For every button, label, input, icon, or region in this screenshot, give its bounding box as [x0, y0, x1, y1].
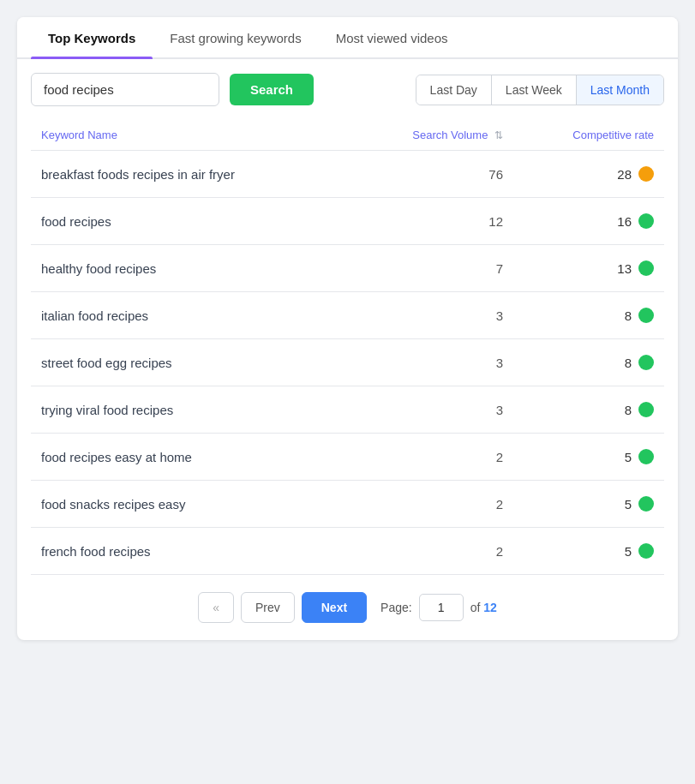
table-row: street food egg recipes38 [31, 339, 664, 386]
table-row: french food recipes25 [31, 528, 664, 575]
table-row: breakfast foods recipes in air fryer7628 [31, 151, 664, 198]
tab-top-keywords[interactable]: Top Keywords [31, 17, 153, 57]
tab-most-viewed[interactable]: Most viewed videos [319, 17, 465, 57]
cell-rate: 8 [513, 292, 664, 339]
cell-volume: 3 [349, 386, 513, 434]
search-button[interactable]: Search [230, 74, 314, 105]
rate-value: 5 [625, 544, 632, 559]
cell-keyword: food recipes easy at home [31, 434, 349, 481]
table-header-row: Keyword Name Search Volume ⇅ Competitive… [31, 120, 664, 151]
cell-keyword: food snacks recipes easy [31, 481, 349, 528]
competitive-dot [638, 166, 654, 182]
cell-rate: 8 [513, 386, 664, 434]
rate-value: 8 [625, 308, 632, 323]
rate-value: 5 [625, 497, 632, 512]
rate-value: 8 [625, 356, 632, 370]
rate-value: 5 [625, 450, 632, 464]
col-rate: Competitive rate [513, 120, 664, 151]
cell-rate: 5 [513, 528, 664, 575]
page-total: 12 [483, 601, 497, 614]
competitive-dot [638, 308, 654, 323]
competitive-dot [638, 355, 654, 370]
cell-keyword: trying viral food recipes [31, 386, 349, 434]
table-row: italian food recipes38 [31, 292, 664, 339]
period-last-day[interactable]: Last Day [416, 75, 492, 105]
competitive-dot [638, 402, 654, 417]
cell-keyword: italian food recipes [31, 292, 349, 339]
page-of: of 12 [470, 601, 497, 614]
rate-value: 16 [617, 214, 632, 229]
cell-volume: 2 [349, 434, 513, 481]
tab-fast-growing[interactable]: Fast growing keywords [153, 17, 318, 57]
period-group: Last Day Last Week Last Month [416, 75, 664, 105]
cell-volume: 3 [349, 339, 513, 386]
cell-volume: 3 [349, 292, 513, 339]
rate-value: 8 [625, 403, 632, 417]
cell-rate: 13 [513, 245, 664, 292]
rate-value: 28 [617, 167, 632, 182]
search-input[interactable] [31, 73, 219, 106]
rate-value: 13 [617, 261, 632, 276]
table-row: trying viral food recipes38 [31, 386, 664, 434]
cell-keyword: healthy food recipes [31, 245, 349, 292]
cell-volume: 2 [349, 528, 513, 575]
keywords-table: Keyword Name Search Volume ⇅ Competitive… [31, 120, 664, 575]
cell-rate: 8 [513, 339, 664, 386]
sort-icon[interactable]: ⇅ [494, 129, 503, 141]
next-page-button[interactable]: Next [302, 592, 367, 623]
first-page-button[interactable]: « [198, 592, 234, 623]
main-container: Top Keywords Fast growing keywords Most … [17, 17, 678, 640]
cell-rate: 5 [513, 434, 664, 481]
page-input[interactable] [419, 594, 464, 621]
competitive-dot [638, 449, 654, 464]
table-row: food snacks recipes easy25 [31, 481, 664, 528]
cell-rate: 28 [513, 151, 664, 198]
prev-page-button[interactable]: Prev [241, 592, 295, 623]
period-last-week[interactable]: Last Week [492, 75, 577, 105]
cell-keyword: street food egg recipes [31, 339, 349, 386]
period-last-month[interactable]: Last Month [577, 75, 663, 105]
competitive-dot [638, 260, 654, 276]
cell-volume: 2 [349, 481, 513, 528]
table-row: healthy food recipes713 [31, 245, 664, 292]
cell-keyword: breakfast foods recipes in air fryer [31, 151, 349, 198]
cell-volume: 76 [349, 151, 513, 198]
competitive-dot [638, 496, 654, 512]
cell-volume: 7 [349, 245, 513, 292]
table-row: food recipes easy at home25 [31, 434, 664, 481]
table-row: food recipes1216 [31, 198, 664, 245]
pagination: « Prev Next Page: of 12 [17, 575, 678, 640]
cell-rate: 5 [513, 481, 664, 528]
col-keyword: Keyword Name [31, 120, 349, 151]
tab-bar: Top Keywords Fast growing keywords Most … [17, 17, 678, 59]
cell-keyword: french food recipes [31, 528, 349, 575]
cell-rate: 16 [513, 198, 664, 245]
competitive-dot [638, 543, 654, 559]
table-wrap: Keyword Name Search Volume ⇅ Competitive… [17, 120, 678, 575]
toolbar: Search Last Day Last Week Last Month [17, 59, 678, 120]
cell-volume: 12 [349, 198, 513, 245]
cell-keyword: food recipes [31, 198, 349, 245]
competitive-dot [638, 213, 654, 229]
page-label: Page: [380, 601, 412, 614]
col-volume: Search Volume ⇅ [349, 120, 513, 151]
